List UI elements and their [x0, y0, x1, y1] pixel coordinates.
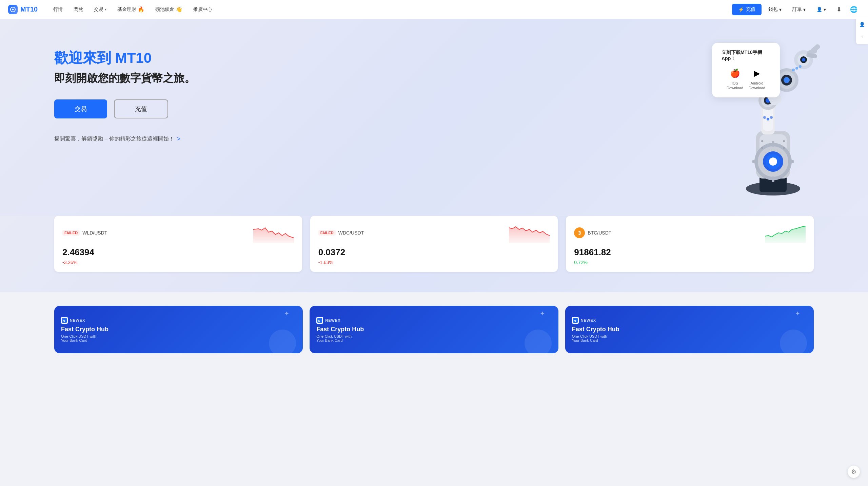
promo-content-1: N NEWEX Fast Crypto Hub One-Click USDT w… [61, 317, 108, 342]
newex-logo-1: N [61, 317, 68, 324]
hero-subtitle: 即刻開啟您的數字貨幣之旅。 [54, 71, 195, 86]
logo[interactable]: MT10 [8, 5, 38, 14]
price-change-wdc: -1.63% [318, 260, 550, 265]
pair-text-btc: BTC/USDT [588, 230, 611, 236]
app-download-title: 立刻下載MT10手機 App！ [722, 50, 770, 62]
navbar: MT10 行情 閃兌 交易 ▾ 基金理財 🔥 礦池鎖倉 👋 推廣中心 ⚡ 充值 [0, 0, 868, 19]
hero-promo[interactable]: 揭開驚喜，解鎖獎勵 – 你的精彩之旅從這裡開始！ > [54, 135, 195, 143]
promo-subtitle-1: One-Click USDT withYour Bank Card [61, 334, 108, 342]
price-value-wdc: 0.0372 [318, 247, 550, 258]
sparkline-btc [765, 223, 806, 243]
promo-title-3: Fast Crypto Hub [572, 326, 619, 333]
svg-point-36 [761, 147, 763, 149]
newex-logo-2: N [316, 317, 323, 324]
promo-card-3[interactable]: N NEWEX Fast Crypto Hub One-Click USDT w… [565, 306, 814, 353]
promo-text: 揭開驚喜，解鎖獎勵 – 你的精彩之旅從這裡開始！ [54, 135, 174, 143]
hero-title: 歡迎來到 MT10 [54, 50, 195, 67]
pair-wld: FAILED WLD/USDT [62, 230, 107, 236]
nav-fund[interactable]: 基金理財 🔥 [113, 3, 149, 15]
svg-point-38 [783, 147, 785, 149]
order-button[interactable]: 訂單 ▾ [788, 4, 810, 15]
chevron-down-icon: ▾ [105, 7, 106, 11]
svg-point-9 [769, 157, 777, 166]
side-panel: 👤 + [856, 17, 868, 44]
fire-icon: 🔥 [138, 6, 144, 13]
sparkline-wld [253, 223, 294, 243]
svg-rect-13 [789, 160, 794, 163]
wave-icon: 👋 [176, 6, 182, 13]
promo-bg-circle-2 [525, 330, 552, 353]
promo-subtitle-3: One-Click USDT withYour Bank Card [572, 334, 619, 342]
wallet-button[interactable]: 錢包 ▾ [764, 4, 786, 15]
lightning-icon: ⚡ [738, 7, 744, 12]
charge-button[interactable]: ⚡ 充值 [732, 4, 762, 15]
promo-subtitle-2: One-Click USDT withYour Bank Card [316, 334, 364, 342]
svg-point-40 [795, 67, 798, 70]
svg-rect-12 [752, 160, 757, 163]
hero-right: 立刻下載MT10手機 App！ 🍎 IOSDownload ▶ AndroidD… [678, 39, 814, 182]
newex-text-2: NEWEX [325, 318, 340, 322]
card-header-wld: FAILED WLD/USDT [62, 223, 294, 243]
promo-brand-1: N NEWEX [61, 317, 108, 324]
user-button[interactable]: 👤 ▾ [812, 4, 830, 15]
svg-point-21 [767, 118, 769, 120]
pair-text-wld: WLD/USDT [82, 230, 107, 236]
svg-point-31 [802, 58, 805, 61]
download-icon: ⬇ [836, 6, 842, 13]
newex-logo-3: N [572, 317, 579, 324]
svg-text:N: N [63, 319, 65, 322]
promo-content-3: N NEWEX Fast Crypto Hub One-Click USDT w… [572, 317, 619, 342]
hero-left: 歡迎來到 MT10 即刻開啟您的數字貨幣之旅。 交易 充值 揭開驚喜，解鎖獎勵 … [54, 39, 195, 143]
navbar-actions: ⚡ 充值 錢包 ▾ 訂單 ▾ 👤 ▾ ⬇ 🌐 [732, 3, 860, 16]
svg-text:N: N [574, 319, 576, 322]
language-button[interactable]: 🌐 [848, 3, 860, 16]
price-cards-section: FAILED WLD/USDT [0, 216, 868, 292]
price-card-wld[interactable]: FAILED WLD/USDT [54, 216, 302, 272]
ios-label: IOSDownload [727, 81, 743, 91]
price-change-btc: 0.72% [574, 260, 806, 265]
nav-mining[interactable]: 礦池鎖倉 👋 [151, 3, 187, 15]
ios-download-button[interactable]: 🍎 IOSDownload [727, 67, 743, 91]
side-add-icon[interactable]: + [857, 32, 867, 41]
order-chevron-icon: ▾ [803, 7, 806, 12]
promo-brand-3: N NEWEX [572, 317, 619, 324]
price-change-wld: -3.26% [62, 260, 294, 265]
download-button[interactable]: ⬇ [833, 3, 845, 16]
svg-point-39 [792, 69, 795, 71]
android-download-button[interactable]: ▶ AndroidDownload [749, 67, 765, 91]
user-icon: 👤 [816, 7, 822, 12]
price-card-wdc[interactable]: FAILED WDC/USDT [310, 216, 558, 272]
nav-links: 行情 閃兌 交易 ▾ 基金理財 🔥 礦池鎖倉 👋 推廣中心 [48, 3, 732, 15]
globe-icon: 🌐 [850, 6, 857, 13]
svg-rect-10 [772, 141, 774, 147]
logo-icon [8, 5, 18, 14]
side-user-icon[interactable]: 👤 [857, 20, 867, 29]
nav-trade[interactable]: 交易 ▾ [89, 4, 111, 15]
newex-text-1: NEWEX [70, 318, 85, 322]
status-badge-wdc: FAILED [318, 230, 336, 236]
svg-point-41 [799, 65, 802, 68]
nav-promo[interactable]: 推廣中心 [189, 4, 217, 15]
app-download-card: 立刻下載MT10手機 App！ 🍎 IOSDownload ▶ AndroidD… [712, 43, 780, 97]
svg-rect-11 [772, 176, 774, 182]
price-cards: FAILED WLD/USDT [54, 216, 814, 272]
price-card-btc[interactable]: ₿ BTC/USDT 9 [566, 216, 814, 272]
deposit-button[interactable]: 充值 [114, 99, 168, 118]
app-download-buttons: 🍎 IOSDownload ▶ AndroidDownload [722, 67, 770, 91]
btc-icon: ₿ [574, 227, 585, 238]
promo-dots-3: ✦ [795, 310, 800, 317]
promo-card-1[interactable]: N NEWEX Fast Crypto Hub One-Click USDT w… [54, 306, 303, 353]
promo-cards: N NEWEX Fast Crypto Hub One-Click USDT w… [54, 306, 814, 353]
user-chevron-icon: ▾ [824, 7, 826, 12]
nav-market[interactable]: 行情 [48, 4, 67, 15]
status-badge-wld: FAILED [62, 230, 80, 236]
nav-flash[interactable]: 閃兌 [69, 4, 88, 15]
promo-dots-2: ✦ [540, 310, 545, 317]
apple-icon: 🍎 [729, 67, 741, 79]
pair-text-wdc: WDC/USDT [338, 230, 364, 236]
trade-button[interactable]: 交易 [54, 99, 107, 118]
promo-card-2[interactable]: N NEWEX Fast Crypto Hub One-Click USDT w… [310, 306, 558, 353]
price-value-btc: 91861.82 [574, 247, 806, 258]
svg-point-35 [761, 140, 763, 142]
svg-point-27 [784, 77, 790, 83]
